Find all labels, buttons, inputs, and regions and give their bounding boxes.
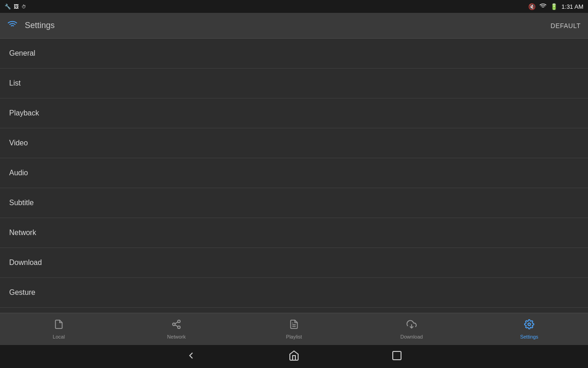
settings-item-download[interactable]: Download	[0, 248, 588, 278]
recents-button[interactable]	[391, 350, 402, 363]
settings-item-video-label: Video	[9, 139, 28, 147]
status-bar: 🔧 🖼 ⏱ 🔇 🔋 1:31 AM	[0, 0, 588, 13]
battery-icon: 🔋	[550, 3, 558, 10]
image-icon: 🖼	[14, 4, 19, 9]
system-nav-bar	[0, 345, 588, 368]
status-bar-right-icons: 🔇 🔋 1:31 AM	[528, 2, 583, 11]
camera-icon: ⏱	[22, 4, 26, 9]
svg-rect-11	[393, 351, 401, 360]
settings-item-gesture[interactable]: Gesture	[0, 278, 588, 308]
tool-icon: 🔧	[5, 4, 11, 10]
default-button[interactable]: DEFAULT	[551, 22, 581, 29]
svg-line-5	[175, 325, 178, 327]
status-bar-left-icons: 🔧 🖼 ⏱	[5, 4, 26, 10]
svg-line-6	[175, 322, 178, 323]
mute-icon: 🔇	[528, 3, 536, 10]
settings-item-list-label: List	[9, 79, 21, 87]
settings-item-download-label: Download	[9, 259, 42, 267]
svg-point-3	[173, 323, 175, 326]
back-button[interactable]	[186, 350, 197, 363]
playlist-icon	[289, 319, 299, 332]
nav-item-settings[interactable]: Settings	[470, 313, 588, 345]
bottom-nav: Local Network Playlist	[0, 313, 588, 345]
settings-item-general-label: General	[9, 49, 35, 58]
settings-item-gesture-label: Gesture	[9, 288, 35, 297]
settings-item-audio[interactable]: Audio	[0, 158, 588, 188]
settings-item-video[interactable]: Video	[0, 128, 588, 158]
network-nav-icon	[171, 319, 181, 332]
nav-item-download[interactable]: Download	[353, 313, 470, 345]
nav-playlist-label: Playlist	[286, 334, 302, 339]
svg-point-10	[528, 323, 531, 326]
settings-item-general[interactable]: General	[0, 39, 588, 69]
nav-download-label: Download	[401, 334, 423, 339]
app-title: Settings	[25, 21, 55, 30]
time-display: 1:31 AM	[561, 3, 583, 10]
settings-item-list[interactable]: List	[0, 69, 588, 98]
download-nav-icon	[407, 319, 417, 332]
settings-item-subtitle-label: Subtitle	[9, 199, 34, 207]
app-bar: Settings DEFAULT	[0, 13, 588, 39]
wifi-icon	[7, 19, 17, 32]
settings-item-network-label: Network	[9, 229, 36, 237]
svg-point-4	[178, 326, 181, 328]
settings-item-network[interactable]: Network	[0, 218, 588, 248]
app-bar-left: Settings	[7, 19, 55, 32]
nav-item-network[interactable]: Network	[118, 313, 235, 345]
settings-item-playback-label: Playback	[9, 109, 39, 117]
settings-item-subtitle[interactable]: Subtitle	[0, 188, 588, 218]
home-button[interactable]	[288, 350, 300, 363]
settings-item-audio-label: Audio	[9, 169, 28, 177]
svg-point-2	[178, 320, 181, 322]
local-icon	[54, 319, 64, 332]
settings-list: General List Playback Video Audio Subtit…	[0, 39, 588, 313]
settings-nav-icon	[524, 319, 534, 332]
nav-settings-label: Settings	[520, 334, 538, 339]
nav-item-local[interactable]: Local	[0, 313, 118, 345]
wifi-signal-icon	[539, 2, 547, 11]
nav-item-playlist[interactable]: Playlist	[235, 313, 353, 345]
settings-item-playback[interactable]: Playback	[0, 98, 588, 128]
nav-network-label: Network	[167, 334, 186, 339]
nav-local-label: Local	[53, 334, 65, 339]
